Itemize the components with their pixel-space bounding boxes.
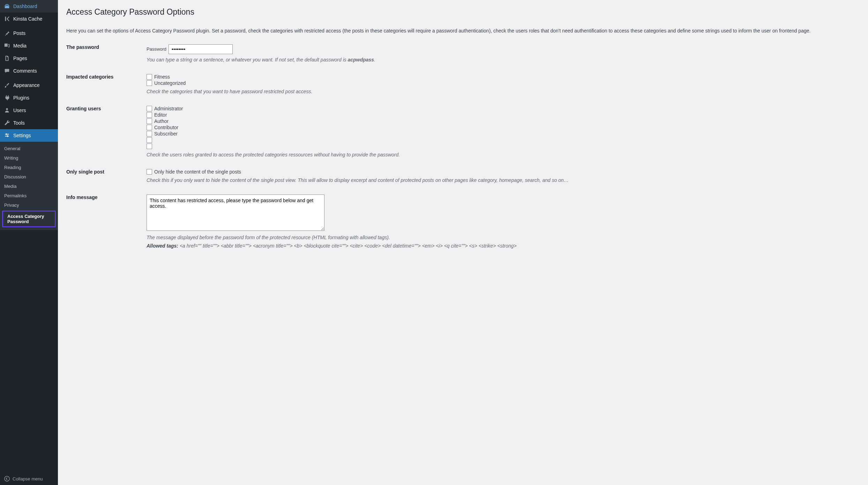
sidebar-item-kinsta-cache[interactable]: Kinsta Cache — [0, 13, 58, 25]
sidebar-item-label: Tools — [13, 120, 25, 126]
page-intro: Here you can set the options of Access C… — [66, 27, 860, 35]
sidebar-item-label: Settings — [13, 133, 31, 138]
pin-icon — [3, 30, 10, 37]
password-input[interactable] — [169, 44, 233, 54]
settings-icon — [3, 132, 10, 139]
checkbox-icon[interactable] — [147, 74, 152, 80]
section-heading-categories: Impacted categories — [66, 74, 147, 80]
settings-submenu: General Writing Reading Discussion Media… — [0, 142, 58, 230]
collapse-menu-label: Collapse menu — [13, 476, 43, 482]
sidebar-item-media[interactable]: Media — [0, 39, 58, 52]
allowed-tags: Allowed tags: <a href="" title=""> <abbr… — [147, 242, 860, 250]
sidebar-item-label: Appearance — [13, 82, 40, 88]
submenu-item-general[interactable]: General — [0, 144, 58, 153]
brush-icon — [3, 82, 10, 89]
submenu-item-access-category-password[interactable]: Access Category Password — [3, 212, 55, 226]
collapse-menu-button[interactable]: Collapse menu — [0, 472, 58, 485]
user-option-author[interactable]: Author — [147, 118, 860, 124]
submenu-item-media[interactable]: Media — [0, 182, 58, 191]
sidebar-item-label: Dashboard — [13, 3, 37, 9]
password-label: Password — [147, 46, 166, 52]
sidebar-item-label: Comments — [13, 68, 37, 74]
dashboard-icon — [3, 3, 10, 10]
main-content: Access Category Password Options Here yo… — [58, 0, 868, 485]
submenu-item-writing[interactable]: Writing — [0, 153, 58, 163]
sidebar-item-label: Plugins — [13, 95, 29, 101]
checkbox-icon[interactable] — [147, 106, 152, 111]
user-option-contributor[interactable]: Contributor — [147, 125, 860, 130]
svg-point-0 — [5, 476, 9, 481]
sidebar-item-plugins[interactable]: Plugins — [0, 91, 58, 104]
info-message-textarea[interactable] — [147, 194, 324, 231]
password-help: You can type a string or a sentence, or … — [147, 56, 860, 64]
submenu-item-privacy[interactable]: Privacy — [0, 200, 58, 210]
user-option-blank-1[interactable] — [147, 137, 860, 143]
sidebar-item-tools[interactable]: Tools — [0, 117, 58, 129]
user-option-administrator[interactable]: Administrator — [147, 106, 860, 111]
section-heading-users: Granting users — [66, 106, 147, 111]
sidebar-item-settings[interactable]: Settings — [0, 129, 58, 142]
user-option-blank-2[interactable] — [147, 144, 860, 149]
checkbox-icon[interactable] — [147, 137, 152, 143]
submenu-item-permalinks[interactable]: Permalinks — [0, 191, 58, 200]
page-title: Access Category Password Options — [66, 7, 860, 17]
categories-help: Check the categories that you want to ha… — [147, 88, 860, 95]
sidebar-item-label: Users — [13, 108, 26, 113]
sidebar-item-label: Posts — [13, 30, 25, 36]
category-option-uncategorized[interactable]: Uncategorized — [147, 80, 860, 86]
sidebar-item-label: Pages — [13, 56, 27, 61]
checkbox-icon[interactable] — [147, 169, 152, 175]
plug-icon — [3, 94, 10, 101]
sidebar-item-appearance[interactable]: Appearance — [0, 79, 58, 91]
info-help: The message displayed before the passwor… — [147, 234, 860, 241]
sidebar-item-comments[interactable]: Comments — [0, 65, 58, 77]
checkbox-icon[interactable] — [147, 80, 152, 86]
user-option-subscriber[interactable]: Subscriber — [147, 131, 860, 137]
category-option-fitness[interactable]: Fitness — [147, 74, 860, 80]
submenu-item-reading[interactable]: Reading — [0, 163, 58, 172]
sidebar-item-label: Kinsta Cache — [13, 16, 42, 22]
kinsta-icon — [3, 15, 10, 22]
wrench-icon — [3, 119, 10, 126]
submenu-item-discussion[interactable]: Discussion — [0, 172, 58, 182]
users-help: Check the users roles granted to access … — [147, 151, 860, 159]
section-heading-info: Info message — [66, 194, 147, 200]
media-icon — [3, 42, 10, 49]
pages-icon — [3, 55, 10, 62]
sidebar-item-label: Media — [13, 43, 27, 49]
checkbox-icon[interactable] — [147, 118, 152, 124]
sidebar-item-dashboard[interactable]: Dashboard — [0, 0, 58, 13]
sidebar-item-pages[interactable]: Pages — [0, 52, 58, 65]
admin-sidebar: Dashboard Kinsta Cache Posts Media Pages… — [0, 0, 58, 485]
single-post-option[interactable]: Only hide the content of the single post… — [147, 169, 860, 175]
single-help: Check this if you only want to hide the … — [147, 177, 860, 184]
section-heading-password: The password — [66, 44, 147, 50]
user-option-editor[interactable]: Editor — [147, 112, 860, 118]
collapse-icon — [3, 475, 10, 482]
checkbox-icon[interactable] — [147, 125, 152, 130]
sidebar-item-posts[interactable]: Posts — [0, 27, 58, 39]
sidebar-item-users[interactable]: Users — [0, 104, 58, 117]
checkbox-icon[interactable] — [147, 112, 152, 118]
comments-icon — [3, 67, 10, 74]
section-heading-single: Only single post — [66, 169, 147, 175]
user-icon — [3, 107, 10, 114]
checkbox-icon[interactable] — [147, 144, 152, 149]
checkbox-icon[interactable] — [147, 131, 152, 137]
